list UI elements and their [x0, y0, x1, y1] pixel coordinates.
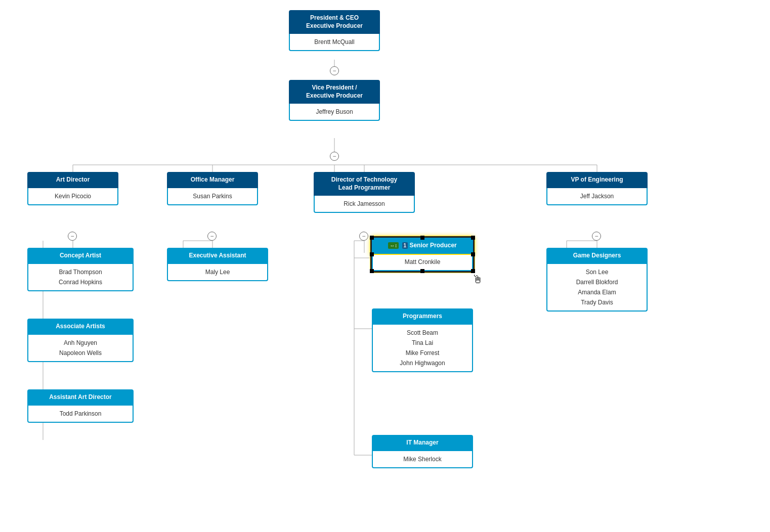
dir-tech-person: Rick Jamesson	[320, 199, 409, 209]
office-manager-title: Office Manager	[167, 172, 258, 188]
art-director-title: Art Director	[27, 172, 118, 188]
handle-br[interactable]	[471, 269, 475, 273]
ceo-node[interactable]: President & CEOExecutive Producer Brentt…	[289, 10, 380, 51]
handle-mr[interactable]	[471, 252, 475, 256]
handle-tl[interactable]	[370, 236, 374, 240]
handle-ml[interactable]	[370, 252, 374, 256]
concept-artist-node[interactable]: Concept Artist Brad Thompson Conrad Hopk…	[27, 248, 134, 291]
vp-eng-title: VP of Engineering	[546, 172, 648, 188]
org-chart: President & CEOExecutive Producer Brentt…	[0, 0, 770, 532]
assoc-artists-body: Anh Nguyen Napoleon Wells	[27, 335, 134, 362]
move-icon: ↔↕	[388, 242, 399, 249]
resize-indicator: 1	[402, 242, 408, 249]
vp-eng-body: Jeff Jackson	[546, 188, 648, 205]
collapse-art-director[interactable]: −	[68, 232, 77, 241]
programmers-person-2: Tina Lai	[378, 338, 467, 348]
collapse-vp-eng[interactable]: −	[592, 232, 601, 241]
game-designers-person-3: Amanda Elam	[552, 287, 641, 297]
game-designers-title: Game Designers	[546, 248, 648, 264]
dir-tech-body: Rick Jamesson	[314, 196, 415, 213]
game-designers-node[interactable]: Game Designers Son Lee Darrell Blokford …	[546, 248, 648, 312]
game-designers-body: Son Lee Darrell Blokford Amanda Elam Tra…	[546, 264, 648, 312]
office-manager-person: Susan Parkins	[173, 191, 252, 201]
game-designers-person-4: Trady Davis	[552, 297, 641, 307]
vp-exec-person: Jeffrey Buson	[295, 107, 374, 117]
assoc-artists-person-1: Anh Nguyen	[33, 338, 127, 348]
vp-eng-person: Jeff Jackson	[552, 191, 641, 201]
handle-tc[interactable]	[420, 236, 424, 240]
dir-tech-title: Director of TechnologyLead Programmer	[314, 172, 415, 196]
art-director-node[interactable]: Art Director Kevin Picocio	[27, 172, 118, 205]
exec-assistant-title: Executive Assistant	[167, 248, 268, 264]
programmers-body: Scott Beam Tina Lai Mike Forrest John Hi…	[372, 325, 473, 372]
game-designers-person-1: Son Lee	[552, 267, 641, 277]
vp-exec-node[interactable]: Vice President /Executive Producer Jeffr…	[289, 80, 380, 121]
assoc-artists-node[interactable]: Associate Artists Anh Nguyen Napoleon We…	[27, 319, 134, 362]
senior-producer-person: Matt Cronkile	[378, 257, 467, 267]
assoc-artists-title: Associate Artists	[27, 319, 134, 335]
senior-producer-node[interactable]: ↔↕ 1 Senior Producer Matt Cronkile 🖱	[372, 238, 473, 271]
collapse-vp-exec[interactable]: −	[330, 152, 339, 161]
art-director-body: Kevin Picocio	[27, 188, 118, 205]
programmers-node[interactable]: Programmers Scott Beam Tina Lai Mike For…	[372, 308, 473, 372]
handle-tr[interactable]	[471, 236, 475, 240]
senior-producer-body: Matt Cronkile	[372, 254, 473, 271]
asst-art-dir-body: Todd Parkinson	[27, 406, 134, 423]
ceo-body: Brentt McQuall	[289, 34, 380, 51]
programmers-person-4: John Highwagon	[378, 358, 467, 368]
ceo-person: Brentt McQuall	[295, 37, 374, 47]
art-director-person: Kevin Picocio	[33, 191, 112, 201]
it-manager-person: Mike Sherlock	[378, 454, 467, 464]
senior-producer-title: ↔↕ 1 Senior Producer	[372, 238, 473, 254]
programmers-title: Programmers	[372, 308, 473, 325]
dir-tech-node[interactable]: Director of TechnologyLead Programmer Ri…	[314, 172, 415, 213]
collapse-office-manager[interactable]: −	[207, 232, 217, 241]
handle-bc[interactable]	[420, 269, 424, 273]
it-manager-node[interactable]: IT Manager Mike Sherlock	[372, 435, 473, 468]
game-designers-person-2: Darrell Blokford	[552, 277, 641, 287]
asst-art-dir-person: Todd Parkinson	[33, 409, 127, 419]
concept-artist-person-1: Brad Thompson	[33, 267, 127, 277]
concept-artist-body: Brad Thompson Conrad Hopkins	[27, 264, 134, 291]
exec-assistant-person: Maly Lee	[173, 267, 262, 277]
vp-exec-title: Vice President /Executive Producer	[289, 80, 380, 104]
it-manager-body: Mike Sherlock	[372, 451, 473, 468]
collapse-ceo[interactable]: −	[330, 66, 339, 75]
vp-exec-body: Jeffrey Buson	[289, 104, 380, 121]
concept-artist-person-2: Conrad Hopkins	[33, 277, 127, 287]
vp-eng-node[interactable]: VP of Engineering Jeff Jackson	[546, 172, 648, 205]
assoc-artists-person-2: Napoleon Wells	[33, 348, 127, 358]
office-manager-body: Susan Parkins	[167, 188, 258, 205]
cursor-icon: 🖱	[472, 273, 483, 286]
concept-artist-title: Concept Artist	[27, 248, 134, 264]
office-manager-node[interactable]: Office Manager Susan Parkins	[167, 172, 258, 205]
collapse-dir-tech[interactable]: −	[359, 232, 368, 241]
exec-assistant-body: Maly Lee	[167, 264, 268, 281]
ceo-title: President & CEOExecutive Producer	[289, 10, 380, 34]
programmers-person-3: Mike Forrest	[378, 348, 467, 358]
asst-art-dir-title: Assistant Art Director	[27, 389, 134, 406]
exec-assistant-node[interactable]: Executive Assistant Maly Lee	[167, 248, 268, 281]
it-manager-title: IT Manager	[372, 435, 473, 451]
handle-bl[interactable]	[370, 269, 374, 273]
asst-art-dir-node[interactable]: Assistant Art Director Todd Parkinson	[27, 389, 134, 423]
programmers-person-1: Scott Beam	[378, 328, 467, 338]
